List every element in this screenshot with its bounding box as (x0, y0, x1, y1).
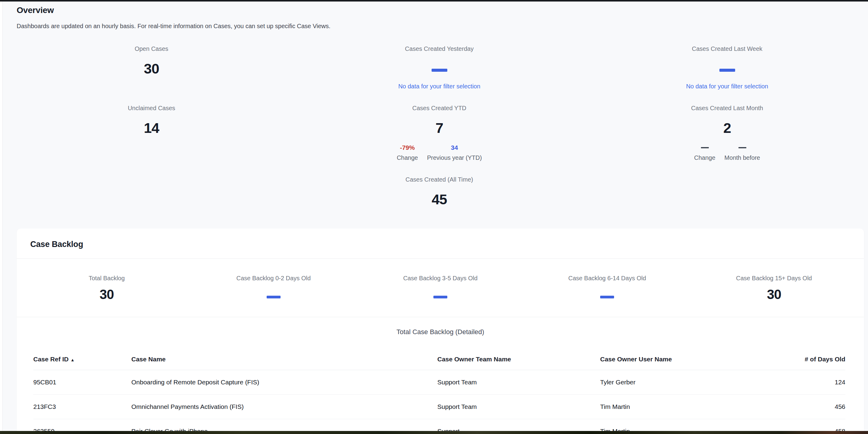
month-before-item: Month before (724, 144, 760, 161)
metric-total-backlog: Total Backlog 30 (23, 275, 190, 317)
backlog-table: Case Ref ID▲ Case Name Case Owner Team N… (17, 348, 864, 434)
month-before-label: Month before (724, 154, 760, 161)
metric-label: Total Backlog (23, 275, 190, 282)
change-label: Change (694, 154, 715, 161)
sort-ascending-icon: ▲ (70, 358, 75, 362)
no-data-filter-link[interactable]: No data for your filter selection (686, 83, 768, 90)
metric-label: Cases Created Last Month (583, 104, 868, 112)
metric-label: Case Backlog 3-5 Days Old (357, 275, 524, 282)
metric-backlog-15-plus-days: Case Backlog 15+ Days Old 30 (691, 275, 858, 317)
metric-value: 14 (7, 120, 296, 136)
change-label: Change (397, 154, 418, 161)
case-backlog-header: Case Backlog (17, 228, 864, 259)
previous-year-value: 34 (427, 144, 482, 151)
metric-backlog-3-5-days: Case Backlog 3-5 Days Old (357, 275, 524, 317)
column-header-label: Case Ref ID (33, 355, 69, 363)
cell-days-old: 124 (764, 379, 845, 386)
change-item: Change (694, 144, 715, 161)
case-backlog-title: Case Backlog (30, 239, 850, 249)
cell-case-ref-id: 213FC3 (33, 403, 131, 410)
metric-cases-created-ytd: Cases Created YTD 7 -79% Change 34 Previ… (296, 104, 583, 176)
window-top-edge (0, 0, 868, 1)
column-header-days-old[interactable]: # of Days Old (764, 355, 845, 363)
metric-backlog-0-2-days: Case Backlog 0-2 Days Old (190, 275, 357, 317)
no-data-filter-link[interactable]: No data for your filter selection (398, 83, 480, 90)
column-header-case-name[interactable]: Case Name (131, 355, 437, 363)
cell-team: Support Team (437, 379, 600, 386)
backlog-table-header-row: Case Ref ID▲ Case Name Case Owner Team N… (33, 348, 845, 370)
metric-comparison-row: -79% Change 34 Previous year (YTD) (296, 144, 583, 161)
table-row[interactable]: 95CB01 Onboarding of Remote Deposit Capt… (33, 370, 845, 395)
dashboard-content: Overview Dashboards are updated on an ho… (3, 1, 868, 434)
metric-comparison-row: Change Month before (583, 144, 868, 161)
no-data-dash-icon (432, 69, 447, 72)
no-data-dash-icon (267, 296, 281, 299)
metric-label: Open Cases (7, 45, 296, 52)
backlog-metrics-row: Total Backlog 30 Case Backlog 0-2 Days O… (17, 259, 864, 317)
metric-value: 7 (296, 120, 583, 136)
metric-value: 45 (296, 192, 583, 207)
change-item: -79% Change (397, 144, 418, 161)
no-data-dash-icon (433, 296, 447, 299)
metric-label: Case Backlog 0-2 Days Old (190, 275, 357, 282)
metric-value: 30 (23, 287, 190, 302)
metric-value: 30 (691, 287, 858, 302)
metric-unclaimed-cases: Unclaimed Cases 14 (7, 104, 296, 176)
metric-open-cases: Open Cases 30 (7, 45, 296, 104)
metric-backlog-6-14-days: Case Backlog 6-14 Days Old (524, 275, 691, 317)
cell-case-name: Omnichannel Payments Activation (FIS) (131, 403, 437, 410)
metric-cases-created-last-month: Cases Created Last Month 2 Change Month … (583, 104, 868, 176)
column-header-case-owner-team-name[interactable]: Case Owner Team Name (437, 355, 600, 363)
metric-label: Cases Created Yesterday (296, 45, 583, 52)
cell-case-ref-id: 95CB01 (33, 379, 131, 386)
no-change-dash-icon (724, 144, 760, 151)
metric-label: Cases Created (All Time) (296, 176, 583, 183)
page-title: Overview (3, 1, 868, 15)
metric-label: Case Backlog 6-14 Days Old (524, 275, 691, 282)
backlog-table-title: Total Case Backlog (Detailed) (17, 328, 864, 337)
cell-case-name: Onboarding of Remote Deposit Capture (FI… (131, 379, 437, 386)
metric-cases-created-last-week: Cases Created Last Week No data for your… (583, 45, 868, 104)
no-change-dash-icon (694, 144, 715, 151)
metric-cases-created-all-time: Cases Created (All Time) 45 (296, 176, 583, 207)
metric-cases-created-yesterday: Cases Created Yesterday No data for your… (296, 45, 583, 104)
cell-days-old: 456 (764, 403, 845, 410)
metric-label: Unclaimed Cases (7, 104, 296, 112)
metric-value: 30 (7, 61, 296, 76)
previous-year-label: Previous year (YTD) (427, 154, 482, 161)
overview-metrics-grid: Open Cases 30 Cases Created Yesterday No… (7, 45, 868, 207)
desktop-wallpaper-strip (0, 431, 868, 434)
change-value: -79% (397, 144, 418, 151)
page-description: Dashboards are updated on an hourly basi… (17, 22, 868, 30)
column-header-case-owner-user-name[interactable]: Case Owner User Name (600, 355, 764, 363)
left-gutter (0, 1, 3, 431)
no-data-dash-icon (600, 296, 614, 299)
no-data-dash-icon (719, 69, 735, 72)
cell-user: Tim Martin (600, 403, 764, 410)
cell-user: Tyler Gerber (600, 379, 764, 386)
previous-year-item: 34 Previous year (YTD) (427, 144, 482, 161)
cell-team: Support Team (437, 403, 600, 410)
case-backlog-card: Case Backlog Total Backlog 30 Case Backl… (17, 228, 864, 434)
column-header-case-ref-id[interactable]: Case Ref ID▲ (33, 355, 131, 363)
metric-label: Case Backlog 15+ Days Old (691, 275, 858, 282)
metric-value: 2 (583, 120, 868, 136)
table-row[interactable]: 213FC3 Omnichannel Payments Activation (… (33, 395, 845, 419)
metric-label: Cases Created YTD (296, 104, 583, 112)
metric-label: Cases Created Last Week (583, 45, 868, 52)
